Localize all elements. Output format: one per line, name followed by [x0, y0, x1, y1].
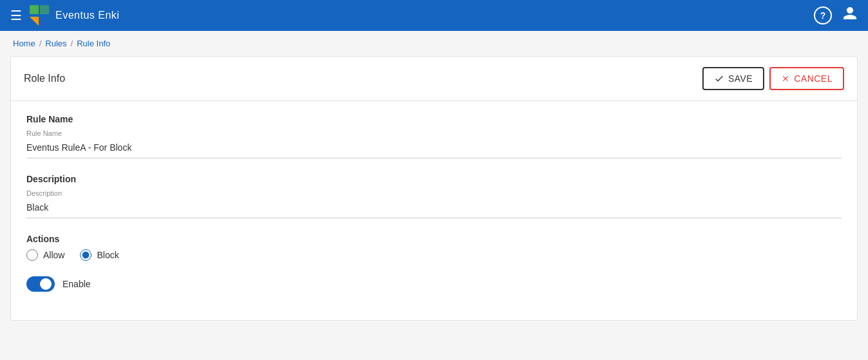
enable-label: Enable [63, 279, 91, 289]
actions-section: Actions Allow Block [26, 234, 842, 261]
svg-rect-1 [40, 5, 49, 14]
rule-name-section-title: Rule Name [26, 114, 842, 124]
logo-icon [30, 5, 50, 26]
allow-option[interactable]: Allow [26, 249, 64, 261]
enable-toggle[interactable] [26, 276, 55, 292]
block-radio[interactable] [80, 249, 92, 261]
description-label: Description [26, 189, 842, 197]
rule-name-section: Rule Name Rule Name Eventus RuleA - For … [26, 114, 842, 158]
app-title: Eventus Enki [55, 10, 119, 21]
menu-icon[interactable]: ☰ [10, 8, 22, 23]
svg-rect-0 [30, 5, 39, 14]
user-button[interactable] [842, 6, 858, 25]
breadcrumb-sep-2: / [71, 39, 73, 48]
allow-radio[interactable] [26, 249, 38, 261]
breadcrumb: Home / Rules / Rule Info [0, 31, 868, 56]
header-left: ☰ Eventus Enki [10, 5, 119, 26]
breadcrumb-home[interactable]: Home [13, 39, 35, 48]
allow-label: Allow [43, 250, 64, 260]
save-icon [714, 73, 724, 84]
action-radio-group: Allow Block [26, 249, 842, 261]
svg-marker-2 [30, 17, 39, 26]
toggle-section: Enable [26, 276, 842, 292]
help-button[interactable]: ? [814, 6, 832, 24]
card-header: Role Info SAVE CANCEL [11, 57, 857, 101]
description-section: Description Description Black [26, 174, 842, 218]
block-label: Block [97, 250, 119, 260]
save-button[interactable]: SAVE [702, 67, 764, 90]
cancel-icon [781, 74, 790, 83]
logo-container: Eventus Enki [30, 5, 119, 26]
action-buttons: SAVE CANCEL [702, 67, 844, 90]
actions-section-title: Actions [26, 234, 842, 244]
rule-name-value[interactable]: Eventus RuleA - For Block [26, 140, 842, 158]
enable-section: Enable [26, 276, 842, 292]
card-body: Rule Name Rule Name Eventus RuleA - For … [11, 101, 857, 320]
user-icon [842, 6, 858, 21]
block-option[interactable]: Block [80, 249, 119, 261]
breadcrumb-sep-1: / [39, 39, 42, 48]
svg-marker-3 [40, 17, 49, 26]
description-value[interactable]: Black [26, 200, 842, 218]
cancel-button[interactable]: CANCEL [769, 67, 844, 90]
page-title: Role Info [24, 73, 65, 84]
main-card: Role Info SAVE CANCEL Rule Name Rule Nam… [10, 56, 858, 321]
description-section-title: Description [26, 174, 842, 184]
breadcrumb-rules[interactable]: Rules [45, 39, 66, 48]
rule-name-label: Rule Name [26, 129, 842, 137]
toggle-slider [26, 276, 55, 292]
app-header: ☰ Eventus Enki ? [0, 0, 868, 31]
breadcrumb-current[interactable]: Rule Info [77, 39, 110, 48]
header-right: ? [814, 6, 858, 25]
